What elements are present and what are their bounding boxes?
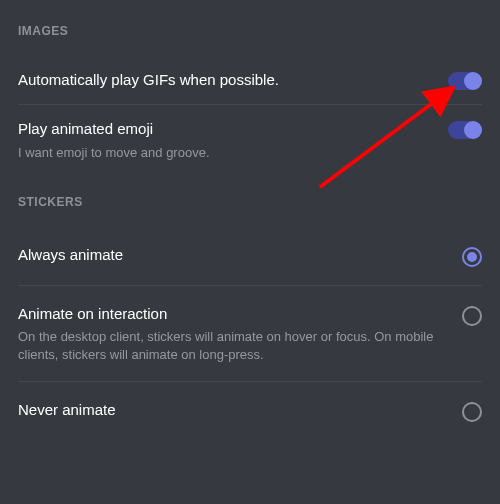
section-header-images: IMAGES [18, 24, 482, 38]
play-animated-emoji-toggle[interactable] [448, 121, 482, 139]
setting-animate-on-interaction[interactable]: Animate on interaction On the desktop cl… [18, 285, 482, 381]
setting-title: Never animate [18, 400, 450, 420]
setting-text: Play animated emoji I want emoji to move… [18, 119, 436, 161]
setting-text: Always animate [18, 245, 450, 265]
control [462, 245, 482, 267]
setting-auto-play-gifs[interactable]: Automatically play GIFs when possible. [18, 56, 482, 104]
toggle-knob-icon [464, 121, 482, 139]
setting-subtitle: I want emoji to move and groove. [18, 144, 436, 162]
setting-subtitle: On the desktop client, stickers will ani… [18, 328, 450, 363]
settings-panel: IMAGES Automatically play GIFs when poss… [0, 0, 500, 456]
setting-never-animate[interactable]: Never animate [18, 381, 482, 440]
setting-text: Never animate [18, 400, 450, 420]
stickers-settings: Always animate Animate on interaction On… [18, 227, 482, 440]
control [462, 400, 482, 422]
setting-text: Automatically play GIFs when possible. [18, 70, 436, 90]
never-animate-radio[interactable] [462, 402, 482, 422]
auto-play-gifs-toggle[interactable] [448, 72, 482, 90]
setting-title: Automatically play GIFs when possible. [18, 70, 436, 90]
setting-title: Animate on interaction [18, 304, 450, 324]
toggle-knob-icon [464, 72, 482, 90]
animate-on-interaction-radio[interactable] [462, 306, 482, 326]
section-header-stickers: STICKERS [18, 195, 482, 209]
setting-title: Play animated emoji [18, 119, 436, 139]
setting-text: Animate on interaction On the desktop cl… [18, 304, 450, 363]
setting-play-animated-emoji[interactable]: Play animated emoji I want emoji to move… [18, 104, 482, 175]
control [448, 119, 482, 139]
control [448, 70, 482, 90]
control [462, 304, 482, 326]
images-settings: Automatically play GIFs when possible. P… [18, 56, 482, 175]
setting-always-animate[interactable]: Always animate [18, 227, 482, 285]
always-animate-radio[interactable] [462, 247, 482, 267]
setting-title: Always animate [18, 245, 450, 265]
